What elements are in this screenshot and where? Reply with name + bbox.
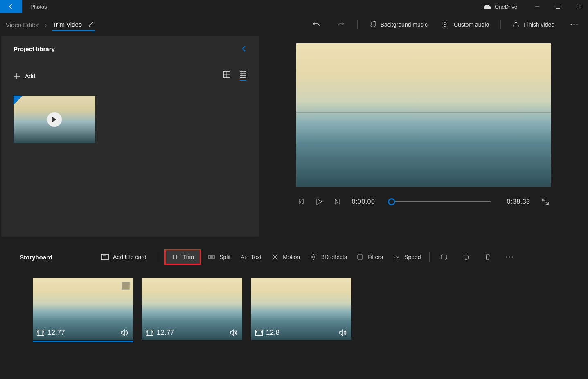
previous-frame-button[interactable] <box>298 199 304 205</box>
storyboard-clip[interactable]: 12.8 <box>251 278 351 340</box>
volume-icon[interactable] <box>230 329 238 336</box>
svg-point-15 <box>511 257 513 258</box>
svg-rect-0 <box>556 5 560 9</box>
rotate-button[interactable] <box>458 251 474 263</box>
delete-button[interactable] <box>480 251 495 263</box>
storyboard-clips: 12.7712.7712.8 <box>0 270 588 348</box>
trim-icon <box>171 254 179 260</box>
clip-duration: 12.77 <box>47 329 65 337</box>
grid-3x3-icon <box>240 71 246 78</box>
separator <box>500 20 501 29</box>
undo-icon <box>313 21 320 28</box>
rotate-icon <box>462 253 470 261</box>
more-button[interactable] <box>566 16 582 33</box>
onedrive-status[interactable]: OneDrive <box>483 4 517 10</box>
play-overlay-icon <box>47 112 62 127</box>
storyboard-title: Storyboard <box>20 254 52 261</box>
motion-button[interactable]: Motion <box>270 250 302 264</box>
clip-footer: 12.77 <box>142 326 242 340</box>
resize-button[interactable] <box>436 252 452 262</box>
next-frame-button[interactable] <box>334 199 340 205</box>
custom-audio-label: Custom audio <box>454 21 489 28</box>
svg-rect-8 <box>208 256 211 258</box>
plus-icon <box>14 73 20 79</box>
close-button[interactable] <box>570 0 588 13</box>
player-controls: 0:00.00 0:38.33 <box>296 198 551 205</box>
text-button[interactable]: Text <box>239 250 263 264</box>
filters-button[interactable]: Filters <box>355 250 385 264</box>
breadcrumb-current: Trim Video <box>52 21 82 28</box>
grid-2x2-icon <box>223 71 230 78</box>
svg-point-1 <box>444 22 446 25</box>
minimize-button[interactable] <box>528 0 546 13</box>
bg-music-label: Background music <box>381 21 428 28</box>
main-area: Project library Add 0: <box>0 36 588 237</box>
play-button[interactable] <box>316 198 322 205</box>
ellipsis-icon <box>506 256 513 258</box>
arrow-left-icon <box>8 3 14 10</box>
sparkle-icon <box>310 254 317 260</box>
crop-icon <box>440 254 448 260</box>
storyboard-more-button[interactable] <box>502 254 517 260</box>
3d-effects-button[interactable]: 3D effects <box>308 250 349 264</box>
storyboard-clip[interactable]: 12.77 <box>142 278 242 340</box>
trash-icon <box>484 253 491 261</box>
custom-audio-button[interactable]: Custom audio <box>439 18 492 31</box>
svg-rect-9 <box>212 256 215 258</box>
clip-footer: 12.8 <box>251 326 351 340</box>
svg-rect-6 <box>240 72 246 78</box>
separator <box>429 252 430 262</box>
large-grid-view-button[interactable] <box>223 71 230 81</box>
trim-label: Trim <box>183 254 194 260</box>
chevron-right-icon: › <box>45 21 47 28</box>
add-label: Add <box>25 73 35 79</box>
separator <box>357 20 358 29</box>
motion-icon <box>271 254 279 260</box>
back-button[interactable] <box>0 0 22 13</box>
text-label: Text <box>251 254 261 260</box>
ellipsis-icon <box>570 24 578 25</box>
undo-button[interactable] <box>308 16 324 33</box>
collapse-library-button[interactable] <box>241 45 246 52</box>
svg-rect-12 <box>442 255 446 259</box>
maximize-button[interactable] <box>549 0 567 13</box>
step-back-icon <box>298 199 304 205</box>
split-button[interactable]: Split <box>206 250 232 264</box>
finish-video-label: Finish video <box>524 21 554 28</box>
small-grid-view-button[interactable] <box>240 71 246 81</box>
video-preview[interactable] <box>296 43 551 187</box>
export-icon <box>512 21 520 28</box>
text-icon <box>240 254 247 260</box>
seek-bar[interactable] <box>391 201 490 202</box>
film-icon <box>37 330 44 336</box>
seek-thumb[interactable] <box>388 198 395 205</box>
project-library-panel: Project library Add <box>1 36 259 237</box>
clip-checkbox[interactable] <box>122 282 130 290</box>
app-title: Photos <box>30 4 47 10</box>
library-video-thumbnail[interactable] <box>14 96 95 143</box>
trim-button[interactable]: Trim <box>166 250 200 264</box>
titlebar: Photos OneDrive <box>0 0 588 13</box>
fullscreen-button[interactable] <box>542 198 549 205</box>
add-media-button[interactable]: Add <box>14 73 35 79</box>
storyboard-clip[interactable]: 12.77 <box>33 278 133 340</box>
svg-point-3 <box>574 24 575 25</box>
breadcrumb: Video Editor › Trim Video <box>6 18 95 31</box>
finish-video-button[interactable]: Finish video <box>509 18 558 31</box>
total-time: 0:38.33 <box>507 198 530 205</box>
person-audio-icon <box>442 21 450 28</box>
filters-label: Filters <box>367 254 383 260</box>
library-title: Project library <box>14 45 55 52</box>
motion-label: Motion <box>283 254 300 260</box>
breadcrumb-root[interactable]: Video Editor <box>6 21 39 28</box>
add-title-card-button[interactable]: Add title card <box>96 250 152 264</box>
svg-point-14 <box>509 257 510 258</box>
volume-icon[interactable] <box>121 329 129 336</box>
redo-button[interactable] <box>333 16 349 33</box>
speed-button[interactable]: Speed <box>391 250 422 264</box>
current-time: 0:00.00 <box>352 198 375 205</box>
clip-footer: 12.77 <box>33 326 133 340</box>
volume-icon[interactable] <box>339 329 347 336</box>
edit-name-button[interactable] <box>88 21 95 27</box>
background-music-button[interactable]: Background music <box>366 18 431 31</box>
